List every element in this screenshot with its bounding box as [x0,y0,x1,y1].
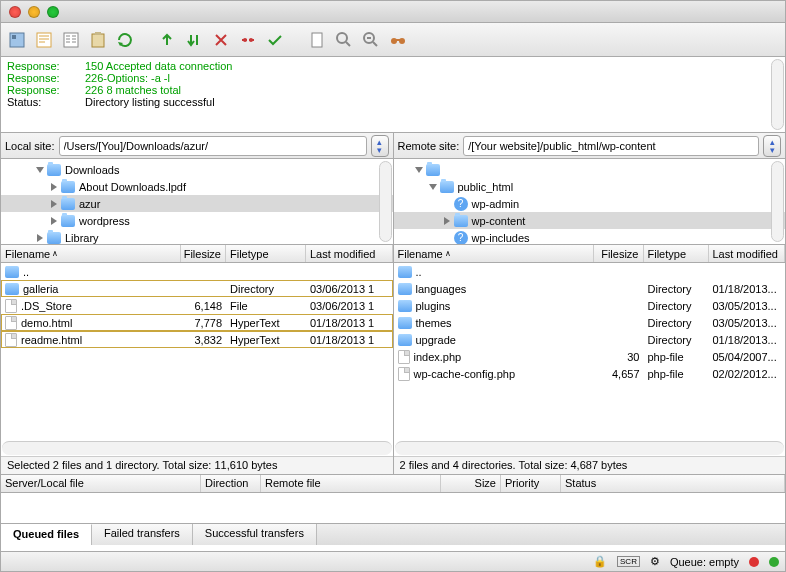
tab-queued-files[interactable]: Queued files [1,524,92,545]
close-window-button[interactable] [9,6,21,18]
tree-row[interactable]: Library [1,229,393,245]
tree-row[interactable] [394,161,786,178]
list-item[interactable]: demo.html7,778HyperText01/18/2013 1 [1,314,393,331]
scrollbar-horizontal[interactable] [395,441,785,455]
binoculars-icon[interactable] [388,30,408,50]
queue-column-header[interactable]: Server/Local file Direction Remote file … [1,475,785,493]
list-item[interactable]: languagesDirectory01/18/2013... [394,280,786,297]
file-modified: 03/06/2013 1 [306,300,393,312]
log-message: 150 Accepted data connection [85,60,232,72]
tree-item-label: wordpress [79,215,130,227]
disclosure-triangle-icon[interactable] [415,167,423,173]
local-path-stepper[interactable] [371,135,389,157]
list-item[interactable]: .. [394,263,786,280]
tab-successful-transfers[interactable]: Successful transfers [193,524,317,545]
minimize-window-button[interactable] [28,6,40,18]
site-manager-icon[interactable] [7,30,27,50]
edit-icon[interactable] [34,30,54,50]
queue-body[interactable] [1,493,785,523]
document-icon[interactable] [307,30,327,50]
file-name: languages [416,283,467,295]
file-modified: 03/05/2013... [709,317,786,329]
file-type: php-file [644,368,709,380]
col-filesize[interactable]: Filesize [181,245,226,262]
list-item[interactable]: .. [1,263,393,280]
tree-row[interactable]: About Downloads.lpdf [1,178,393,195]
tree-row[interactable]: wp-content [394,212,786,229]
local-panel: Local site: DownloadsAbout Downloads.lpd… [1,133,394,474]
disclosure-triangle-icon[interactable] [51,217,57,225]
col-modified[interactable]: Last modified [306,245,393,262]
tree-row[interactable]: public_html [394,178,786,195]
window-titlebar [1,1,785,23]
tree-row[interactable]: ?wp-admin [394,195,786,212]
list-item[interactable]: index.php30php-file05/04/2007... [394,348,786,365]
cancel-icon[interactable] [211,30,231,50]
folder-icon [398,283,412,295]
file-name: plugins [416,300,451,312]
zoom-out-icon[interactable] [361,30,381,50]
scrollbar-vertical[interactable] [771,59,784,130]
file-type: php-file [644,351,709,363]
disclosure-triangle-icon[interactable] [429,184,437,190]
clipboard-icon[interactable] [88,30,108,50]
local-tree[interactable]: DownloadsAbout Downloads.lpdfazurwordpre… [1,159,393,245]
list-item[interactable]: .DS_Store6,148File03/06/2013 1 [1,297,393,314]
file-type: HyperText [226,317,306,329]
list-item[interactable]: galleriaDirectory03/06/2013 1 [1,280,393,297]
remote-column-header[interactable]: Filename∧FilesizeFiletypeLast modified [394,245,786,263]
message-log[interactable]: Response:150 Accepted data connectionRes… [1,57,785,133]
tree-row[interactable]: azur [1,195,393,212]
col-direction[interactable]: Direction [201,475,261,492]
col-size[interactable]: Size [441,475,501,492]
folder-icon [5,266,19,278]
local-path-input[interactable] [59,136,367,156]
file-icon [5,299,17,313]
disclosure-triangle-icon[interactable] [51,183,57,191]
list-item[interactable]: themesDirectory03/05/2013... [394,314,786,331]
disclosure-triangle-icon[interactable] [51,200,57,208]
col-local-file[interactable]: Server/Local file [1,475,201,492]
svg-rect-3 [64,33,78,47]
col-modified[interactable]: Last modified [709,245,786,262]
upload-icon[interactable] [157,30,177,50]
download-icon[interactable] [184,30,204,50]
tree-row[interactable]: wordpress [1,212,393,229]
scrollbar-horizontal[interactable] [2,441,392,455]
list-item[interactable]: readme.html3,832HyperText01/18/2013 1 [1,331,393,348]
list-icon[interactable] [61,30,81,50]
col-filename[interactable]: Filename∧ [394,245,594,262]
col-filetype[interactable]: Filetype [226,245,306,262]
remote-path-input[interactable] [463,136,759,156]
col-filesize[interactable]: Filesize [594,245,644,262]
remote-path-stepper[interactable] [763,135,781,157]
scr-indicator: SCR [617,556,640,567]
refresh-icon[interactable] [115,30,135,50]
scrollbar-vertical[interactable] [771,161,784,242]
list-item[interactable]: wp-cache-config.php4,657php-file02/02/20… [394,365,786,382]
maximize-window-button[interactable] [47,6,59,18]
tree-row[interactable]: ?wp-includes [394,229,786,245]
list-item[interactable]: upgradeDirectory01/18/2013... [394,331,786,348]
disconnect-icon[interactable] [238,30,258,50]
tab-failed-transfers[interactable]: Failed transfers [92,524,193,545]
file-type: Directory [644,283,709,295]
disclosure-triangle-icon[interactable] [36,167,44,173]
list-item[interactable]: pluginsDirectory03/05/2013... [394,297,786,314]
col-filename[interactable]: Filename∧ [1,245,181,262]
scrollbar-vertical[interactable] [379,161,392,242]
tree-row[interactable]: Downloads [1,161,393,178]
remote-file-list[interactable]: Filename∧FilesizeFiletypeLast modified .… [394,245,786,474]
col-filetype[interactable]: Filetype [644,245,709,262]
disclosure-triangle-icon[interactable] [37,234,43,242]
col-status[interactable]: Status [561,475,785,492]
col-remote-file[interactable]: Remote file [261,475,441,492]
zoom-in-icon[interactable] [334,30,354,50]
col-priority[interactable]: Priority [501,475,561,492]
local-file-list[interactable]: Filename∧FilesizeFiletypeLast modified .… [1,245,393,474]
check-icon[interactable] [265,30,285,50]
local-column-header[interactable]: Filename∧FilesizeFiletypeLast modified [1,245,393,263]
remote-tree[interactable]: public_html?wp-adminwp-content?wp-includ… [394,159,786,245]
folder-icon [61,215,75,227]
disclosure-triangle-icon[interactable] [444,217,450,225]
